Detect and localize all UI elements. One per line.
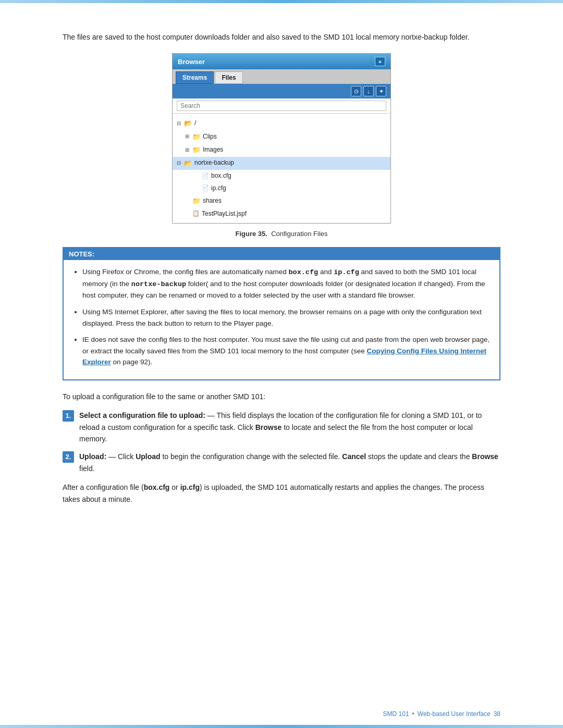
note-code-nortxe: nortxe-backup xyxy=(131,280,186,288)
tree-label-nortxe: nortxe-backup xyxy=(194,157,234,169)
browser-title: Browser xyxy=(178,58,205,66)
tree-item-images[interactable]: ⊞ 📁 Images xyxy=(177,143,386,156)
top-bar xyxy=(0,0,563,3)
tree-label-root: / xyxy=(194,118,196,129)
footer-content: SMD 101 • Web-based User Interface 38 xyxy=(383,710,500,718)
browser-filetree: ⊟ 📂 / ⊞ 📁 Clips ⊞ 📁 Images ⊟ 📂 nortxe-ba… xyxy=(173,114,390,223)
steps-list: 1. Select a configuration file to upload… xyxy=(63,410,500,474)
step-2: 2. Upload: — Click Upload to begin the c… xyxy=(63,451,500,474)
step-number-1: 1. xyxy=(63,410,74,422)
tree-item-ipcfg[interactable]: 📄 ip.cfg xyxy=(177,182,386,195)
footer-product: SMD 101 xyxy=(383,710,409,718)
upload-intro: To upload a configuration file to the sa… xyxy=(63,391,500,402)
browser-titlebar: Browser » xyxy=(173,54,390,69)
tree-item-nortxe-backup[interactable]: ⊟ 📂 nortxe-backup xyxy=(173,157,390,170)
figure-caption: Figure 35. Configuration Files xyxy=(63,230,500,238)
file-icon-ipcfg: 📄 xyxy=(202,183,209,193)
folder-open-icon: 📂 xyxy=(184,117,192,129)
browser-expand-icon[interactable]: » xyxy=(375,57,385,66)
footer-section: Web-based User Interface xyxy=(418,710,491,718)
tab-streams[interactable]: Streams xyxy=(176,71,214,84)
footer-separator: • xyxy=(412,710,414,718)
tree-label-playlist: TestPlayList.jspf xyxy=(202,208,247,220)
step2-text: — Click Upload to begin the configuratio… xyxy=(79,452,498,472)
folder-open-icon-nortxe: 📂 xyxy=(184,157,192,169)
step-1: 1. Select a configuration file to upload… xyxy=(63,410,500,445)
expand-icon: ⊟ xyxy=(177,119,182,128)
expand-icon-images: ⊞ xyxy=(185,145,190,155)
note-item-1: Using Firefox or Chrome, the config file… xyxy=(82,266,491,301)
tree-item-root[interactable]: ⊟ 📂 / xyxy=(177,117,386,130)
notes-body: Using Firefox or Chrome, the config file… xyxy=(64,260,499,379)
step-number-2: 2. xyxy=(63,451,74,463)
tree-label-images: Images xyxy=(203,144,223,156)
folder-icon-images: 📁 xyxy=(192,144,201,156)
notes-header: NOTES: xyxy=(64,248,499,260)
browser-tabs: Streams Files xyxy=(173,69,390,84)
folder-icon-clips: 📁 xyxy=(192,131,201,143)
tree-item-shares[interactable]: 📁 shares xyxy=(177,194,386,207)
closing-paragraph: After a configuration file (box.cfg or i… xyxy=(63,482,500,505)
expand-icon-clips: ⊞ xyxy=(185,132,190,141)
tree-label-clips: Clips xyxy=(203,131,217,143)
step-content-1: Select a configuration file to upload: —… xyxy=(79,410,500,445)
browser-toolbar: ⊙ ↓ ✦ xyxy=(173,84,390,98)
folder-icon-shares: 📁 xyxy=(192,195,201,207)
figure-text: Configuration Files xyxy=(271,230,327,238)
tree-label-shares: shares xyxy=(203,195,222,207)
close-code-boxcfg: box.cfg xyxy=(144,483,170,491)
tree-item-playlist[interactable]: 📋 TestPlayList.jspf xyxy=(177,208,386,220)
note-item-2: Using MS Internet Explorer, after saving… xyxy=(82,306,491,329)
bottom-bar xyxy=(0,725,563,728)
notes-list: Using Firefox or Chrome, the config file… xyxy=(72,266,491,368)
expand-icon-nortxe: ⊟ xyxy=(177,158,182,168)
link-copying-config[interactable]: Copying Config Files Using Internet Expl… xyxy=(82,347,486,366)
file-icon-boxcfg: 📄 xyxy=(202,171,209,181)
footer-page: 38 xyxy=(494,710,500,718)
figure-label: Figure 35. xyxy=(235,230,267,238)
tab-files[interactable]: Files xyxy=(215,71,242,84)
note-item-3: IE does not save the config files to the… xyxy=(82,334,491,368)
note-code-boxcfg: box.cfg xyxy=(288,268,318,276)
tree-label-ipcfg: ip.cfg xyxy=(211,183,226,194)
tree-item-clips[interactable]: ⊞ 📁 Clips xyxy=(177,130,386,143)
browser-search-bar xyxy=(173,98,390,114)
browser-mockup: Browser » Streams Files ⊙ ↓ ✦ ⊟ 📂 / ⊞ 📁 xyxy=(172,53,391,224)
step-content-2: Upload: — Click Upload to begin the conf… xyxy=(79,451,500,474)
step1-label: Select a configuration file to upload: xyxy=(79,411,205,419)
search-input[interactable] xyxy=(177,101,386,111)
page-footer: SMD 101 • Web-based User Interface 38 xyxy=(0,710,563,718)
note-code-ipcfg: ip.cfg xyxy=(334,268,359,276)
toolbar-btn-2[interactable]: ↓ xyxy=(363,86,374,96)
tree-item-boxcfg[interactable]: 📄 box.cfg xyxy=(177,170,386,182)
toolbar-btn-1[interactable]: ⊙ xyxy=(351,86,361,96)
tree-label-boxcfg: box.cfg xyxy=(211,170,231,182)
intro-paragraph: The files are saved to the host computer… xyxy=(63,31,500,43)
notes-box: NOTES: Using Firefox or Chrome, the conf… xyxy=(63,247,500,380)
toolbar-btn-3[interactable]: ✦ xyxy=(376,86,386,96)
step2-label: Upload: xyxy=(79,452,106,461)
playlist-icon: 📋 xyxy=(192,208,200,219)
close-code-ipcfg: ip.cfg xyxy=(180,483,200,491)
